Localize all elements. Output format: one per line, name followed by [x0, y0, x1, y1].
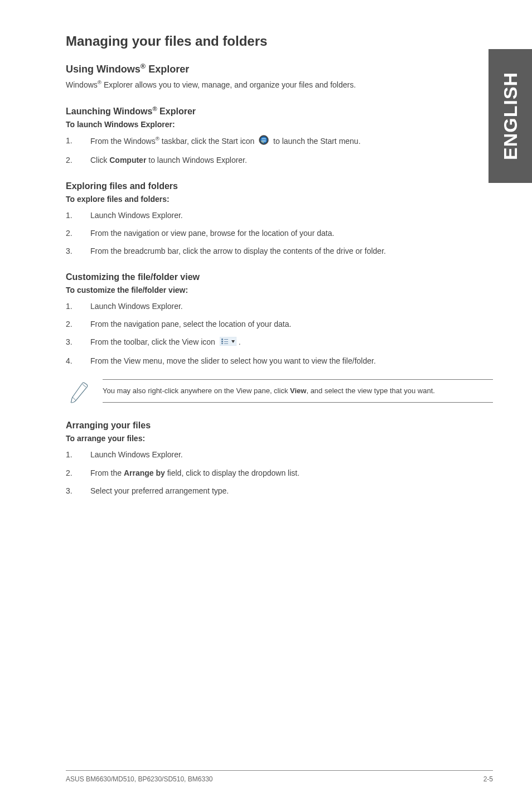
registered-mark: ® — [98, 79, 101, 85]
list-item: From the Arrange by field, click to disp… — [66, 467, 493, 479]
language-side-tab: ENGLISH — [489, 49, 532, 183]
subsection-arranging: Arranging your files — [66, 421, 493, 431]
step-text-after: . — [239, 337, 241, 346]
subsection-customizing: Customizing the file/folder view — [66, 272, 493, 282]
note-strong: View — [290, 386, 306, 395]
list-item: From the toolbar, click the View icon . — [66, 336, 493, 349]
step-text: From the Windows — [90, 137, 156, 146]
svg-rect-3 — [221, 339, 223, 340]
note-block: You may also right-click anywhere on the… — [66, 379, 493, 406]
registered-mark: ® — [152, 105, 157, 112]
registered-mark: ® — [141, 62, 146, 70]
para-suffix: Explorer allows you to view, manage, and… — [101, 80, 356, 89]
customizing-steps: Launch Windows Explorer. From the naviga… — [66, 300, 493, 368]
start-orb-icon — [259, 135, 269, 148]
exploring-steps: Launch Windows Explorer. From the naviga… — [66, 209, 493, 258]
registered-mark: ® — [156, 136, 159, 142]
list-item: From the navigation pane, select the loc… — [66, 318, 493, 330]
launching-subhead: To launch Windows Explorer: — [66, 120, 493, 129]
list-item: From the navigation or view pane, browse… — [66, 227, 493, 239]
heading-text: Using Windows — [66, 64, 141, 75]
arranging-subhead: To arrange your files: — [66, 434, 493, 443]
para-prefix: Windows — [66, 80, 98, 89]
list-item: From the Windows® taskbar, click the Sta… — [66, 134, 493, 148]
step-text-after: to launch Windows Explorer. — [146, 156, 247, 165]
view-dropdown-icon — [220, 337, 236, 349]
list-item: Launch Windows Explorer. — [66, 209, 493, 221]
list-item: Launch Windows Explorer. — [66, 300, 493, 312]
step-strong: Arrange by — [124, 468, 165, 477]
svg-rect-4 — [221, 341, 223, 342]
svg-rect-5 — [221, 343, 223, 344]
arranging-steps: Launch Windows Explorer. From the Arrang… — [66, 448, 493, 497]
launching-steps: From the Windows® taskbar, click the Sta… — [66, 134, 493, 167]
note-text-before: You may also right-click anywhere on the… — [103, 386, 290, 395]
step-text-after: to launch the Start menu. — [273, 137, 360, 146]
note-text-after: , and select the view type that you want… — [306, 386, 435, 395]
list-item: Launch Windows Explorer. — [66, 448, 493, 461]
exploring-subhead: To explore files and folders: — [66, 195, 493, 204]
note-text: You may also right-click anywhere on the… — [103, 379, 493, 403]
footer-left: ASUS BM6630/MD510, BP6230/SD510, BM6330 — [66, 775, 212, 783]
step-text-after: field, click to display the dropdown lis… — [165, 468, 299, 477]
list-item: Select your preferred arrangement type. — [66, 485, 493, 497]
footer-page-number: 2-5 — [483, 775, 493, 783]
heading-text: Launching Windows — [66, 107, 152, 116]
list-item: Click Computer to launch Windows Explore… — [66, 154, 493, 166]
step-text-before: From the — [90, 468, 124, 477]
pencil-note-icon — [69, 380, 90, 406]
main-heading: Managing your files and folders — [66, 33, 493, 49]
heading-text-suffix: Explorer — [157, 107, 196, 116]
step-strong: Computer — [109, 156, 146, 165]
customizing-subhead: To customize the file/folder view: — [66, 286, 493, 294]
list-item: From the View menu, move the slider to s… — [66, 355, 493, 367]
subsection-exploring: Exploring files and folders — [66, 181, 493, 191]
step-text-before: Click — [90, 156, 109, 165]
step-text-before: From the toolbar, click the View icon — [90, 337, 217, 346]
section-using-windows-explorer: Using Windows® Explorer — [66, 62, 493, 75]
section1-paragraph: Windows® Explorer allows you to view, ma… — [66, 79, 493, 91]
step-text-mid: taskbar, click the Start icon — [159, 137, 257, 146]
subsection-launching-explorer: Launching Windows® Explorer — [66, 105, 493, 117]
page-footer: ASUS BM6630/MD510, BP6230/SD510, BM6330 … — [66, 770, 493, 783]
heading-text-suffix: Explorer — [146, 64, 189, 75]
list-item: From the breadcrumb bar, click the arrow… — [66, 245, 493, 257]
